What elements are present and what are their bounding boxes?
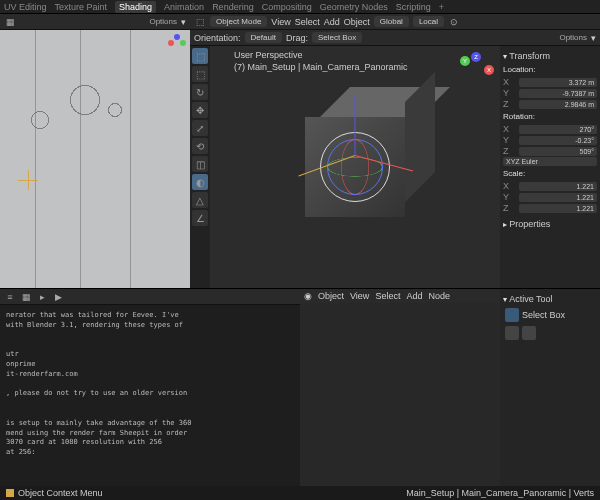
status-bar: Object Context Menu Main_Setup | Main_Ca… xyxy=(0,486,600,500)
snap-icon[interactable]: ⊙ xyxy=(448,16,460,28)
orientation-local[interactable]: Local xyxy=(413,16,444,27)
menu-object[interactable]: Object xyxy=(344,17,370,27)
options-dropdown[interactable]: Options xyxy=(559,33,587,42)
loc-x-field[interactable]: 3.372 m xyxy=(519,78,597,87)
transform-tool[interactable]: ⟲ xyxy=(192,138,208,154)
add-tool[interactable]: △ xyxy=(192,192,208,208)
menu-view[interactable]: View xyxy=(350,291,369,301)
mode-select[interactable]: Object Mode xyxy=(210,16,267,27)
image-viewport[interactable] xyxy=(0,30,190,288)
text-icon[interactable]: ▦ xyxy=(20,291,32,303)
tab-animation[interactable]: Animation xyxy=(164,2,204,12)
tool-shelf[interactable]: ⬚ ⬚ ↻ ✥ ⤢ ⟲ ◫ ◐ △ ∠ xyxy=(190,46,210,288)
node-graph[interactable] xyxy=(300,303,500,486)
rot-z-field[interactable]: 509° xyxy=(519,147,597,156)
orientation-global[interactable]: Global xyxy=(374,16,409,27)
select-box-icon xyxy=(505,308,519,322)
scale-x-field[interactable]: 1.221 xyxy=(519,182,597,191)
editor-type-icon[interactable]: ≡ xyxy=(4,291,16,303)
editor-type-icon[interactable]: ◉ xyxy=(304,291,312,301)
scene-stats: Main_Setup | Main_Camera_Panoramic | Ver… xyxy=(406,488,594,498)
context-menu-hint: Object Context Menu xyxy=(18,488,103,498)
scale-z-field[interactable]: 1.221 xyxy=(519,204,597,213)
rotation-label: Rotation: xyxy=(503,110,597,123)
tab-uv[interactable]: UV Editing xyxy=(4,2,47,12)
active-tool-item: Select Box xyxy=(503,306,597,324)
viewport-subheader[interactable]: Orientation: Default Drag: Select Box Op… xyxy=(190,30,600,46)
drag-label: Drag: xyxy=(286,33,308,43)
rot-x-field[interactable]: 270° xyxy=(519,125,597,134)
editor-type-icon[interactable]: ▦ xyxy=(4,16,16,28)
text-editor-header[interactable]: ≡ ▦ ▸ ▶ xyxy=(0,289,300,305)
menu-select[interactable]: Select xyxy=(375,291,400,301)
folder-icon[interactable]: ▸ xyxy=(36,291,48,303)
tab-texture[interactable]: Texture Paint xyxy=(55,2,108,12)
loc-z-field[interactable]: 2.9846 m xyxy=(519,100,597,109)
image-editor-header[interactable]: ▦ Options ▾ xyxy=(0,14,190,30)
y-axis-icon[interactable]: Y xyxy=(460,56,470,66)
select-box-tool[interactable]: ⬚ xyxy=(192,48,208,64)
menu-add[interactable]: Add xyxy=(406,291,422,301)
nav-gizmo[interactable]: X Y Z xyxy=(458,52,494,88)
rot-y-field[interactable]: -0.23° xyxy=(519,136,597,145)
node-editor-header[interactable]: ◉ Object View Select Add Node xyxy=(300,289,500,303)
image-editor: ▦ Options ▾ xyxy=(0,14,190,288)
drag-select-box[interactable]: Select Box xyxy=(312,32,362,43)
rotate-tool[interactable]: ✥ xyxy=(192,102,208,118)
extra-tool[interactable]: ∠ xyxy=(192,210,208,226)
n-panel[interactable]: ▾ Transform Location: X3.372 m Y-9.7387 … xyxy=(500,46,600,288)
chevron-down-icon: ▾ xyxy=(591,33,596,43)
tool-icon[interactable] xyxy=(522,326,536,340)
rotation-mode-select[interactable]: XYZ Euler xyxy=(503,157,597,166)
move-tool[interactable]: ↻ xyxy=(192,84,208,100)
loc-y-field[interactable]: -9.7387 m xyxy=(519,89,597,98)
scale-y-field[interactable]: 1.221 xyxy=(519,193,597,202)
transform-header[interactable]: ▾ Transform xyxy=(503,49,597,63)
properties-header[interactable]: ▸ Properties xyxy=(503,217,597,231)
text-content[interactable]: nerator that was tailored for Eevee. I'v… xyxy=(0,305,300,486)
z-axis-icon[interactable]: Z xyxy=(471,52,481,62)
menu-add[interactable]: Add xyxy=(324,17,340,27)
tab-shading[interactable]: Shading xyxy=(115,1,156,13)
orientation-default[interactable]: Default xyxy=(245,32,282,43)
tool-icon[interactable] xyxy=(505,326,519,340)
workspace-tabs[interactable]: UV Editing Texture Paint Shading Animati… xyxy=(0,0,600,14)
annotate-tool[interactable]: ◫ xyxy=(192,156,208,172)
run-icon[interactable]: ▶ xyxy=(52,291,64,303)
active-tool-panel: ▾ Active Tool Select Box xyxy=(500,289,600,486)
orientation-label: Orientation: xyxy=(194,33,241,43)
menu-view[interactable]: View xyxy=(271,17,290,27)
viewport-3d[interactable]: User Perspective (7) Main_Setup | Main_C… xyxy=(210,46,500,288)
editor-type-icon[interactable]: ⬚ xyxy=(194,16,206,28)
location-label: Location: xyxy=(503,63,597,76)
tab-scripting[interactable]: Scripting xyxy=(396,2,431,12)
active-tool-header[interactable]: ▾ Active Tool xyxy=(503,292,597,306)
tab-geonodes[interactable]: Geometry Nodes xyxy=(320,2,388,12)
scale-tool[interactable]: ⤢ xyxy=(192,120,208,136)
menu-select[interactable]: Select xyxy=(295,17,320,27)
cursor-tool[interactable]: ⬚ xyxy=(192,66,208,82)
menu-node[interactable]: Node xyxy=(428,291,450,301)
text-editor: ≡ ▦ ▸ ▶ nerator that was tailored for Ee… xyxy=(0,289,300,486)
scale-label: Scale: xyxy=(503,167,597,180)
node-editor: ◉ Object View Select Add Node xyxy=(300,289,500,486)
measure-tool[interactable]: ◐ xyxy=(192,174,208,190)
tab-rendering[interactable]: Rendering xyxy=(212,2,254,12)
viewport-header[interactable]: ⬚ Object Mode View Select Add Object Glo… xyxy=(190,14,600,30)
x-axis-icon[interactable]: X xyxy=(484,65,494,75)
add-workspace-button[interactable]: + xyxy=(439,2,444,12)
nav-gizmo-icon[interactable] xyxy=(168,34,186,52)
context-icon xyxy=(6,489,14,497)
chevron-down-icon: ▾ xyxy=(181,17,186,27)
node-type-object[interactable]: Object xyxy=(318,291,344,301)
cursor-2d-icon xyxy=(18,170,38,190)
perspective-label: User Perspective (7) Main_Setup | Main_C… xyxy=(234,50,407,73)
options-dropdown[interactable]: Options xyxy=(149,17,177,26)
tab-compositing[interactable]: Compositing xyxy=(262,2,312,12)
